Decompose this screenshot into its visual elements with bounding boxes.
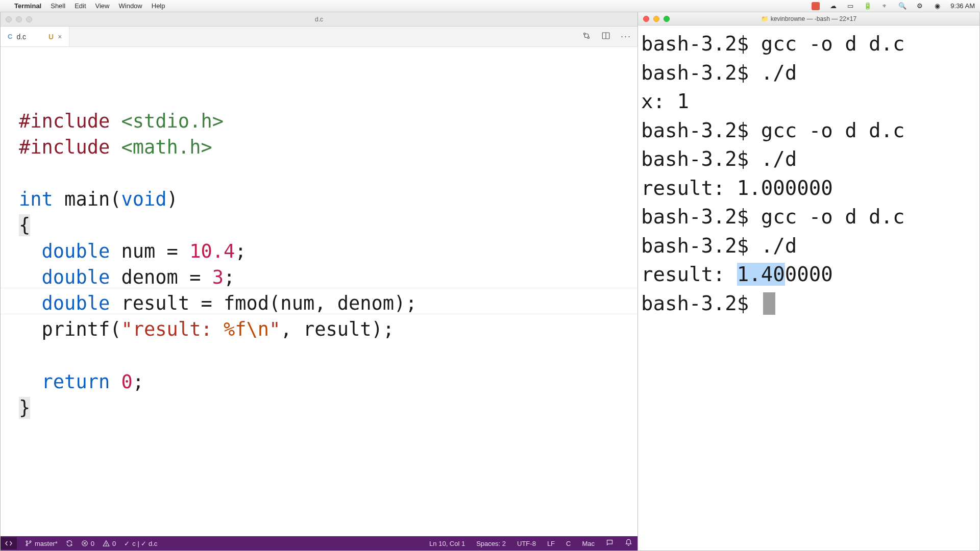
- code-token: %f: [224, 318, 247, 340]
- editor-window: d.c C d.c U × ··· #include <stdio.h>: [0, 12, 638, 551]
- tab-d-c[interactable]: C d.c U ×: [1, 27, 69, 46]
- term-line-prefix: result:: [641, 263, 737, 286]
- svg-point-11: [106, 545, 107, 545]
- code-token: [19, 318, 42, 340]
- indent-setting[interactable]: Spaces: 2: [476, 540, 506, 547]
- code-token: int: [19, 188, 64, 210]
- tray-battery-icon[interactable]: 🔋: [864, 2, 872, 10]
- code-token: \n: [247, 318, 270, 340]
- tray-display-icon[interactable]: ▭: [846, 2, 854, 10]
- term-line: result: 1.000000: [641, 177, 833, 199]
- warning-count: 0: [112, 540, 116, 547]
- term-line: bash-3.2$ ./d: [641, 147, 797, 170]
- code-token: ;: [133, 371, 144, 393]
- split-editor-icon[interactable]: [601, 31, 610, 42]
- code-token: result:: [133, 318, 224, 340]
- code-token: main(: [64, 188, 121, 210]
- tab-filename: d.c: [16, 33, 26, 41]
- git-branch[interactable]: master*: [25, 540, 58, 547]
- editor-min-dot[interactable]: [16, 16, 22, 22]
- code-token: 0: [121, 371, 133, 393]
- code-token: void: [121, 188, 167, 210]
- terminal-title-rest: — -bash — 22×17: [805, 15, 856, 22]
- editor-statusbar: master* 0 0 ✓ c | ✓ d.c Ln 10, Col: [1, 536, 638, 550]
- app-name[interactable]: Terminal: [14, 2, 41, 10]
- svg-point-6: [30, 541, 31, 542]
- terminal-zoom-dot[interactable]: [664, 16, 670, 22]
- menu-view[interactable]: View: [95, 2, 110, 10]
- editor-titlebar: d.c: [1, 12, 638, 27]
- code-token: ): [167, 188, 178, 210]
- sync-icon[interactable]: [66, 540, 73, 547]
- tray-siri-icon[interactable]: ◉: [933, 2, 941, 10]
- code-token: <stdio.h>: [121, 110, 223, 132]
- code-token: }: [19, 397, 30, 419]
- editor-window-title: d.c: [315, 16, 323, 23]
- code-token: [19, 371, 42, 393]
- terminal-min-dot[interactable]: [653, 16, 659, 22]
- terminal-title-folder: kevinbrowne: [771, 15, 805, 22]
- terminal-cursor: [763, 292, 775, 315]
- code-token: ;: [235, 240, 246, 262]
- term-line: x: 1: [641, 90, 689, 113]
- tray-record-icon[interactable]: [812, 2, 820, 10]
- lint-text: c | ✓ d.c: [132, 540, 157, 547]
- code-token: {: [19, 214, 30, 236]
- remote-indicator-icon[interactable]: [1, 537, 17, 549]
- tray-wifi-icon[interactable]: ᯤ: [881, 2, 889, 10]
- problems-warnings[interactable]: 0: [103, 540, 116, 547]
- code-token: ": [121, 318, 133, 340]
- code-token: ": [269, 318, 280, 340]
- terminal-body[interactable]: bash-3.2$ gcc -o d d.c bash-3.2$ ./d x: …: [638, 26, 979, 550]
- branch-name: master*: [35, 540, 58, 547]
- code-token: double: [42, 240, 121, 262]
- compare-changes-icon[interactable]: [582, 31, 591, 42]
- svg-point-1: [587, 37, 589, 38]
- code-token: double: [42, 266, 121, 288]
- term-prompt: bash-3.2$: [641, 292, 761, 315]
- menu-shell[interactable]: Shell: [51, 2, 65, 10]
- code-area[interactable]: #include <stdio.h> #include <math.h> int…: [1, 47, 638, 536]
- terminal-traffic-lights[interactable]: [643, 16, 670, 22]
- code-token: , result);: [280, 318, 394, 340]
- code-token: #include: [19, 136, 121, 158]
- editor-close-dot[interactable]: [6, 16, 12, 22]
- folder-icon: 📁: [761, 15, 769, 22]
- term-line: bash-3.2$ gcc -o d d.c: [641, 32, 905, 55]
- tray-search-icon[interactable]: 🔍: [898, 2, 906, 10]
- term-line: bash-3.2$ ./d: [641, 234, 797, 257]
- menu-window[interactable]: Window: [119, 2, 142, 10]
- eol[interactable]: LF: [547, 540, 555, 547]
- code-token: ;: [224, 266, 235, 288]
- tray-cloud-icon[interactable]: ☁︎: [829, 2, 837, 10]
- terminal-titlebar: 📁kevinbrowne — -bash — 22×17: [638, 12, 979, 26]
- term-selection: 1.40: [737, 263, 785, 286]
- lint-status[interactable]: ✓ c | ✓ d.c: [124, 540, 157, 547]
- menu-edit[interactable]: Edit: [75, 2, 86, 10]
- editor-zoom-dot[interactable]: [26, 16, 32, 22]
- bell-icon[interactable]: [625, 539, 632, 548]
- code-token: #include: [19, 110, 121, 132]
- terminal-close-dot[interactable]: [643, 16, 649, 22]
- problems-errors[interactable]: 0: [81, 540, 94, 547]
- code-token: 10.4: [189, 240, 235, 262]
- feedback-icon[interactable]: [606, 539, 614, 548]
- more-actions-icon[interactable]: ···: [621, 31, 631, 42]
- language-mode[interactable]: C: [566, 540, 571, 547]
- svg-point-5: [26, 544, 28, 546]
- code-token: printf(: [42, 318, 121, 340]
- svg-point-4: [26, 541, 28, 542]
- term-line-suffix: 0000: [785, 263, 833, 286]
- code-token: return: [42, 371, 121, 393]
- menubar-clock[interactable]: 9:36 AM: [950, 2, 975, 10]
- tray-control-center-icon[interactable]: ⚙︎: [916, 2, 924, 10]
- code-token: [19, 266, 42, 288]
- tab-modified-indicator: U: [48, 33, 54, 41]
- editor-traffic-lights[interactable]: [6, 16, 32, 22]
- cursor-position[interactable]: Ln 10, Col 1: [429, 540, 465, 547]
- menu-help[interactable]: Help: [152, 2, 165, 10]
- os-indicator[interactable]: Mac: [582, 540, 595, 547]
- tab-close-icon[interactable]: ×: [58, 33, 62, 41]
- term-line: bash-3.2$ gcc -o d d.c: [641, 119, 905, 142]
- encoding[interactable]: UTF-8: [517, 540, 536, 547]
